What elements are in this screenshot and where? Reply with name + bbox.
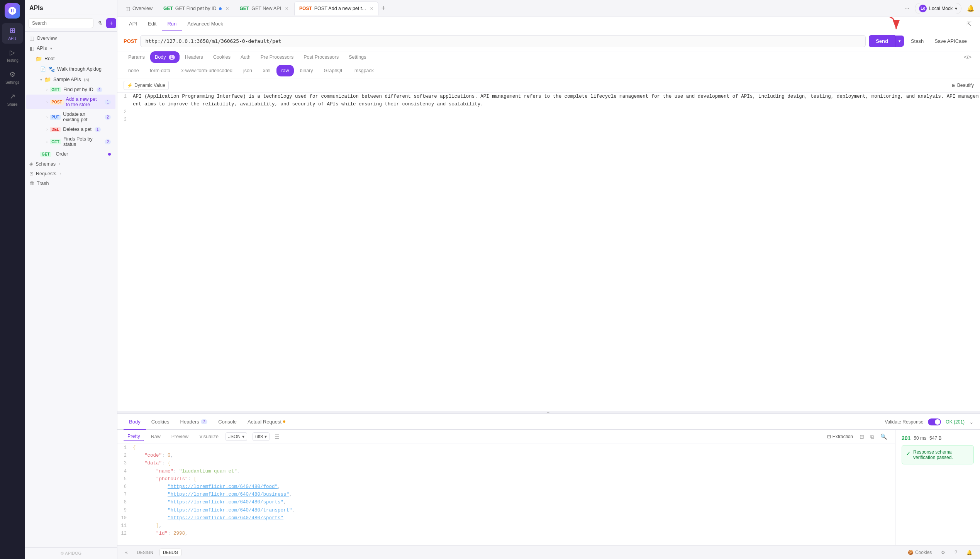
schemas-icon: ◈	[29, 161, 33, 167]
beautify-icon: ⊞	[952, 83, 956, 88]
help-bottom-button[interactable]: ?	[951, 548, 960, 557]
add-button[interactable]: +	[106, 18, 116, 28]
auth-tab[interactable]: Auth	[236, 51, 255, 63]
cookies-tab[interactable]: Cookies	[209, 51, 235, 63]
copy-response-button[interactable]: ⊟	[858, 432, 866, 441]
filter-button[interactable]: ⚗	[96, 19, 104, 28]
headers-tab[interactable]: Headers	[180, 51, 208, 63]
expand-panel-button[interactable]: ⇱	[964, 19, 974, 29]
resp-body-tab[interactable]: Body	[124, 414, 146, 430]
nav-apis-btn[interactable]: ⊞ APIs	[2, 23, 23, 44]
body-tabs-row: Params Body 1 Headers Cookies Auth	[117, 51, 980, 63]
url-input[interactable]	[140, 35, 866, 47]
split-view-button[interactable]: </>	[961, 53, 974, 62]
nav-sample-apis-item[interactable]: ▾ 📁 Sample APIs (5)	[26, 75, 115, 85]
stash-button[interactable]: Stash	[907, 36, 927, 46]
nav-settings-btn[interactable]: ⚙ Settings	[2, 67, 23, 88]
search-response-button[interactable]: 🔍	[878, 432, 889, 441]
nav-trash-item[interactable]: 🗑 Trash	[25, 178, 117, 188]
msgpack-type[interactable]: msgpack	[350, 65, 378, 76]
nav-post-add-pet[interactable]: › POST Add a new pet to the store 1	[26, 95, 115, 109]
nav-root-item[interactable]: 📁 Root	[26, 54, 115, 64]
debug-mode-button[interactable]: DEBUG	[159, 549, 181, 556]
nav-get-find-pet[interactable]: › GET Find pet by ID 4	[26, 85, 115, 94]
nav-panel-header: APIs	[25, 0, 117, 15]
dynamic-value-button[interactable]: ⚡ Dynamic Value	[124, 81, 169, 90]
app-logo[interactable]	[5, 3, 20, 19]
nav-requests-item[interactable]: ⊡ Requests ›	[25, 169, 117, 178]
resp-actual-request-tab[interactable]: Actual Request	[242, 414, 291, 430]
design-mode-button[interactable]: DESIGN	[134, 549, 156, 556]
nav-put-update-pet[interactable]: › PUT Update an existing pet 2	[26, 110, 115, 124]
nav-overview-item[interactable]: ◫ Overview	[25, 33, 117, 43]
encoding-select-dropdown[interactable]: utf8 ▾	[253, 432, 270, 441]
mock-selector-button[interactable]: Lo Local Mock ▾	[915, 3, 961, 14]
request-body-editor[interactable]: 1 API (Application Programming Interface…	[117, 93, 980, 411]
save-apicase-button[interactable]: Save APICase	[931, 36, 971, 46]
format-select-dropdown[interactable]: JSON ▾	[226, 432, 247, 441]
tab-bar-actions: ··· Lo Local Mock ▾ 🔔	[902, 3, 977, 14]
tab-close-btn3[interactable]: ✕	[370, 6, 373, 11]
list-view-button[interactable]: ☰	[273, 432, 281, 441]
form-data-type[interactable]: form-data	[145, 65, 175, 76]
params-tab[interactable]: Params	[124, 51, 149, 63]
expand-response-button[interactable]: ⌄	[969, 419, 974, 425]
validate-toggle[interactable]	[928, 418, 941, 425]
tab-get-new-api[interactable]: GET GET New API ✕	[235, 2, 294, 15]
post-processors-tab[interactable]: Post Processors	[299, 51, 343, 63]
none-type[interactable]: none	[124, 65, 144, 76]
send-button[interactable]: Send	[869, 35, 895, 47]
resp-cookies-tab[interactable]: Cookies	[146, 414, 175, 430]
beautify-button[interactable]: ⊞ Beautify	[952, 83, 974, 88]
resp-headers-tab[interactable]: Headers 7	[175, 414, 213, 430]
pretty-tab[interactable]: Pretty	[124, 432, 144, 441]
tab-post-badge: POST	[299, 6, 312, 11]
tab-post-add-pet[interactable]: POST POST Add a new pet t... ✕	[294, 2, 378, 15]
nav-apis-item[interactable]: ◧ APIs ▾	[25, 43, 117, 53]
nav-walkthrough-item[interactable]: 📄 🐾 Walk through Apidog	[26, 64, 115, 74]
nav-get-finds-by-status[interactable]: › GET Finds Pets by status 2	[26, 134, 115, 149]
subtab-edit[interactable]: Edit	[142, 17, 162, 31]
nav-share-btn[interactable]: ↗ Share	[2, 89, 23, 110]
lightning-icon: ⚡	[127, 83, 133, 88]
binary-type[interactable]: binary	[295, 65, 318, 76]
visualize-tab[interactable]: Visualize	[195, 432, 222, 441]
subtab-api[interactable]: API	[124, 17, 142, 31]
add-tab-button[interactable]: +	[379, 3, 388, 14]
collapse-button[interactable]: «	[122, 548, 131, 557]
nav-schemas-item[interactable]: ◈ Schemas ›	[25, 159, 117, 169]
xml-type[interactable]: xml	[258, 65, 275, 76]
raw-tab[interactable]: Raw	[147, 432, 164, 441]
tab-close-btn[interactable]: ✕	[226, 6, 229, 11]
nav-del-pet[interactable]: › DEL Deletes a pet 1	[26, 125, 115, 134]
panel-divider[interactable]: ···	[117, 411, 980, 414]
pre-processors-tab[interactable]: Pre Processors	[256, 51, 298, 63]
response-code-editor[interactable]: 1 { 2 "code": 0, 3 "data": {	[117, 444, 895, 545]
resp-console-tab[interactable]: Console	[213, 414, 242, 430]
raw-type[interactable]: raw	[276, 65, 293, 76]
tab-overview[interactable]: ◫ Overview	[120, 2, 158, 15]
body-tab[interactable]: Body 1	[150, 51, 180, 63]
json-type[interactable]: json	[239, 65, 257, 76]
subtab-advanced-mock[interactable]: Advanced Mock	[182, 17, 229, 31]
resp-line-1: 1 {	[117, 444, 895, 452]
settings-body-tab[interactable]: Settings	[344, 51, 371, 63]
more-tabs-button[interactable]: ···	[902, 3, 912, 14]
bell-bottom-button[interactable]: 🔔	[963, 548, 975, 557]
extraction-button[interactable]: ⊡ Extraction	[825, 433, 855, 440]
nav-order-item[interactable]: GET Order	[26, 149, 115, 159]
settings-bottom-button[interactable]: ⚙	[938, 548, 948, 557]
send-dropdown-button[interactable]: ▾	[895, 36, 904, 47]
cookies-bottom-button[interactable]: 🍪 Cookies	[905, 548, 935, 557]
tab-get-find-pet[interactable]: GET GET Find pet by ID ✕	[158, 2, 234, 15]
notifications-button[interactable]: 🔔	[965, 3, 977, 14]
search-input[interactable]	[29, 18, 93, 28]
subtab-run[interactable]: Run	[162, 17, 182, 31]
copy-button[interactable]: ⧉	[868, 432, 876, 441]
tab-close-btn2[interactable]: ✕	[285, 6, 288, 11]
urlencoded-type[interactable]: x-www-form-urlencoded	[176, 65, 237, 76]
preview-tab[interactable]: Preview	[168, 432, 192, 441]
nav-testing-btn[interactable]: ▷ Testing	[2, 45, 23, 66]
url-bar: POST Send	[117, 31, 980, 51]
graphql-type[interactable]: GraphQL	[319, 65, 348, 76]
